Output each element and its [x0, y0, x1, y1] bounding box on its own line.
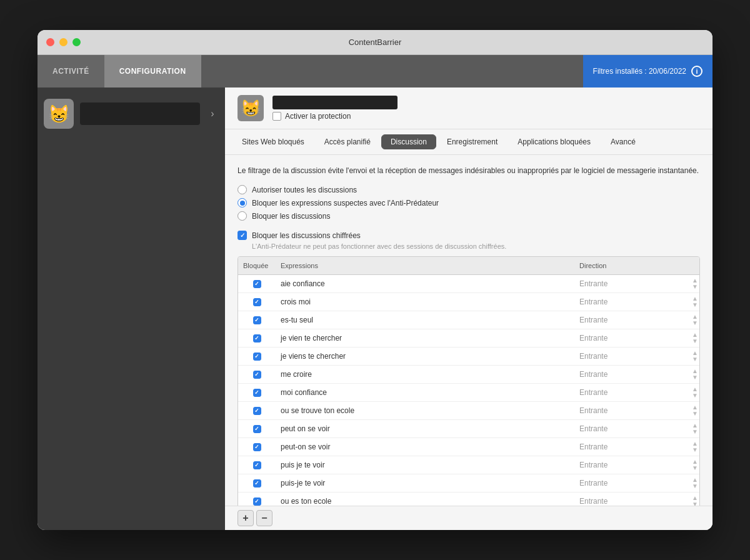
- row-checkbox-cell[interactable]: [238, 368, 276, 381]
- row-expression: peut on se voir: [276, 422, 574, 436]
- row-stepper[interactable]: ▲▼: [687, 402, 699, 419]
- protect-row: Activer la protection: [272, 112, 398, 121]
- row-stepper[interactable]: ▲▼: [687, 474, 699, 492]
- table-row[interactable]: es-tu seul Entrante ▲▼: [238, 311, 699, 329]
- main-panel: 😸 Activer la protection Sites Web bloqué…: [225, 88, 712, 530]
- row-blocked-checkbox[interactable]: [253, 389, 261, 397]
- tab-activite[interactable]: ACTIVITÉ: [38, 55, 104, 88]
- row-blocked-checkbox[interactable]: [253, 316, 261, 324]
- table-row[interactable]: peut-on se voir Entrante ▲▼: [238, 438, 699, 456]
- row-checkbox-cell[interactable]: [238, 386, 276, 399]
- direction-stepper[interactable]: ▲▼: [692, 422, 698, 435]
- tab-avance[interactable]: Avancé: [601, 134, 645, 149]
- row-blocked-checkbox[interactable]: [253, 479, 261, 488]
- radio-allow-all-label: Autoriser toutes les discussions: [252, 186, 357, 194]
- row-checkbox-cell[interactable]: [238, 332, 276, 345]
- direction-stepper[interactable]: ▲▼: [692, 278, 698, 290]
- row-blocked-checkbox[interactable]: [253, 298, 261, 306]
- user-info: Activer la protection: [272, 96, 398, 121]
- row-stepper[interactable]: ▲▼: [687, 420, 699, 438]
- row-checkbox-cell[interactable]: [238, 350, 276, 363]
- row-blocked-checkbox[interactable]: [253, 498, 261, 506]
- row-stepper[interactable]: ▲▼: [687, 293, 699, 311]
- row-expression: peut-on se voir: [276, 440, 574, 454]
- user-name-bar: [80, 102, 200, 125]
- maximize-button[interactable]: [72, 38, 81, 46]
- radio-block-suspect-circle[interactable]: [238, 198, 247, 208]
- direction-stepper[interactable]: ▲▼: [692, 441, 698, 453]
- row-stepper[interactable]: ▲▼: [687, 492, 699, 506]
- row-checkbox-cell[interactable]: [238, 495, 276, 506]
- table-row[interactable]: puis-je te voir Entrante ▲▼: [238, 474, 699, 492]
- row-checkbox-cell[interactable]: [238, 404, 276, 418]
- radio-allow-all-circle[interactable]: [238, 185, 247, 194]
- direction-stepper[interactable]: ▲▼: [692, 386, 698, 399]
- row-checkbox-cell[interactable]: [238, 422, 276, 436]
- direction-stepper[interactable]: ▲▼: [692, 495, 698, 506]
- row-checkbox-cell[interactable]: [238, 278, 276, 291]
- row-checkbox-cell[interactable]: [238, 296, 276, 309]
- row-direction: Entrante: [574, 277, 687, 291]
- row-stepper[interactable]: ▲▼: [687, 348, 699, 365]
- table-row[interactable]: me croire Entrante ▲▼: [238, 366, 699, 384]
- table-row[interactable]: aie confiance Entrante ▲▼: [238, 275, 699, 293]
- block-encrypted-checkbox[interactable]: [238, 231, 247, 240]
- row-checkbox-cell[interactable]: [238, 314, 276, 327]
- tab-sites-web-bloques[interactable]: Sites Web bloqués: [232, 134, 314, 149]
- table-row[interactable]: ou es ton ecole Entrante ▲▼: [238, 492, 699, 506]
- table-row[interactable]: je viens te chercher Entrante ▲▼: [238, 348, 699, 366]
- row-blocked-checkbox[interactable]: [253, 280, 261, 288]
- row-stepper[interactable]: ▲▼: [687, 438, 699, 456]
- row-blocked-checkbox[interactable]: [253, 371, 261, 379]
- row-checkbox-cell[interactable]: [238, 459, 276, 472]
- row-blocked-checkbox[interactable]: [253, 352, 261, 361]
- radio-block-suspect[interactable]: Bloquer les expressions suspectes avec l…: [238, 198, 700, 208]
- direction-stepper[interactable]: ▲▼: [692, 459, 698, 471]
- tab-enregistrement[interactable]: Enregistrement: [438, 134, 507, 149]
- direction-stepper[interactable]: ▲▼: [692, 350, 698, 362]
- row-blocked-checkbox[interactable]: [253, 407, 261, 415]
- remove-button[interactable]: −: [256, 510, 272, 526]
- tab-configuration[interactable]: CONFIGURATION: [104, 55, 201, 88]
- minimize-button[interactable]: [59, 38, 68, 46]
- tab-applications-bloquees[interactable]: Applications bloquées: [508, 134, 600, 149]
- protect-label: Activer la protection: [285, 112, 351, 121]
- radio-block-all-circle[interactable]: [238, 211, 247, 221]
- row-stepper[interactable]: ▲▼: [687, 456, 699, 474]
- close-button[interactable]: [46, 38, 54, 46]
- table-row[interactable]: puis je te voir Entrante ▲▼: [238, 456, 699, 474]
- direction-stepper[interactable]: ▲▼: [692, 477, 698, 489]
- sidebar-user-row[interactable]: 😸 ›: [38, 94, 225, 134]
- table-row[interactable]: ou se trouve ton ecole Entrante ▲▼: [238, 402, 699, 420]
- row-checkbox-cell[interactable]: [238, 477, 276, 490]
- direction-stepper[interactable]: ▲▼: [692, 404, 698, 417]
- row-stepper[interactable]: ▲▼: [687, 366, 699, 383]
- direction-stepper[interactable]: ▲▼: [692, 296, 698, 308]
- direction-stepper[interactable]: ▲▼: [692, 332, 698, 344]
- row-blocked-checkbox[interactable]: [253, 443, 261, 451]
- row-stepper[interactable]: ▲▼: [687, 275, 699, 292]
- radio-block-all[interactable]: Bloquer les discussions: [238, 211, 700, 221]
- row-blocked-checkbox[interactable]: [253, 334, 261, 342]
- add-button[interactable]: +: [238, 510, 254, 526]
- tab-acces-planifie[interactable]: Accès planifié: [315, 134, 380, 149]
- table-row[interactable]: peut on se voir Entrante ▲▼: [238, 420, 699, 438]
- filter-badge-text: Filtres installés : 20/06/2022: [593, 67, 686, 76]
- table-row[interactable]: moi confiance Entrante ▲▼: [238, 384, 699, 402]
- row-expression: me croire: [276, 368, 574, 381]
- row-blocked-checkbox[interactable]: [253, 461, 261, 469]
- table-row[interactable]: crois moi Entrante ▲▼: [238, 293, 699, 311]
- row-checkbox-cell[interactable]: [238, 441, 276, 454]
- direction-stepper[interactable]: ▲▼: [692, 368, 698, 381]
- activate-protection-checkbox[interactable]: [272, 112, 281, 121]
- radio-allow-all[interactable]: Autoriser toutes les discussions: [238, 185, 700, 194]
- tab-discussion[interactable]: Discussion: [381, 134, 436, 149]
- row-stepper[interactable]: ▲▼: [687, 384, 699, 401]
- sidebar-arrow-icon[interactable]: ›: [206, 108, 219, 120]
- row-stepper[interactable]: ▲▼: [687, 311, 699, 329]
- row-blocked-checkbox[interactable]: [253, 425, 261, 433]
- info-icon[interactable]: i: [691, 66, 702, 77]
- table-row[interactable]: je vien te chercher Entrante ▲▼: [238, 329, 699, 348]
- direction-stepper[interactable]: ▲▼: [692, 314, 698, 326]
- row-stepper[interactable]: ▲▼: [687, 329, 699, 347]
